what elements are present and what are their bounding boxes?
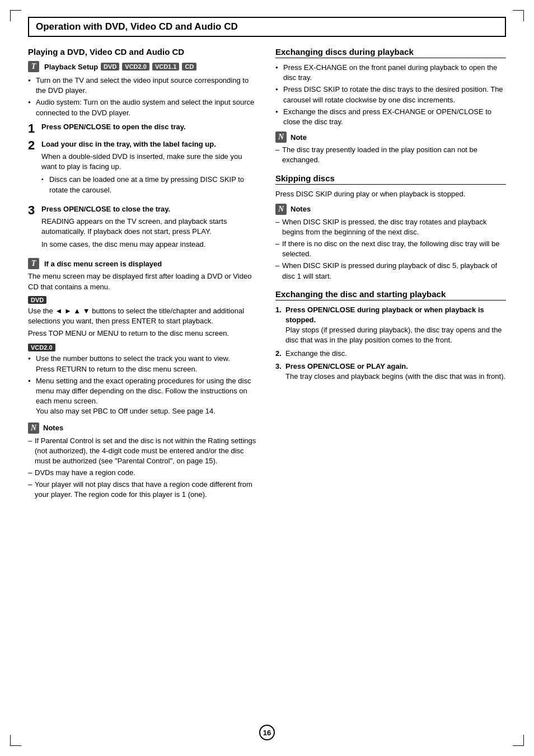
exchanging-start-heading: Exchanging the disc and starting playbac… [275,289,506,300]
badge-vcd11: VCD1.1 [152,63,180,71]
step-3-title: Press OPEN/CLOSE to close the tray. [41,204,259,214]
dvd-badge-row: DVD [28,295,259,304]
step-1-title: Press OPEN/CLOSE to open the disc tray. [41,123,186,131]
badge-vcd20: VCD2.0 [122,63,149,71]
page-number-container: 16 [259,725,275,740]
dvd-body: Use the ◄ ► ▲ ▼ buttons to select the ti… [28,306,259,326]
setup-bullets: Turn on the TV and select the video inpu… [28,76,259,118]
badge-dvd: DVD [101,63,119,71]
step-1-number: 1 [28,123,38,135]
disc-menu-body: The menu screen may be displayed first a… [28,271,259,292]
skipping-discs-heading: Skipping discs [275,173,506,185]
step-3-content: Press OPEN/CLOSE to close the tray. READ… [41,204,259,253]
exchanging-start-steps: 1. Press OPEN/CLOSE during playback or w… [275,305,506,382]
exchange-bullet-1: Press EX-CHANGE on the front panel durin… [275,63,506,83]
exchange-note-label: Note [291,133,307,142]
exchange-note-dash: The disc tray presently loaded in the pl… [275,145,506,165]
step-3: 3 Press OPEN/CLOSE to close the tray. RE… [28,204,259,253]
badge-vcd20-only: VCD2.0 [28,344,55,351]
skipping-note-1: When DISC SKIP is pressed, the disc tray… [275,217,506,237]
skipping-notes-label: Notes [291,205,311,213]
step-3-body2: In some cases, the disc menu may appear … [41,240,259,250]
step-2-body: When a double-sided DVD is inserted, mak… [41,152,259,172]
start-step-1-sub: Play stops (if pressed during playback),… [285,326,502,344]
note-item-1: If Parental Control is set and the disc … [28,436,259,467]
vcd-body1: Press RETURN to return to the disc menu … [36,365,197,373]
right-column: Exchanging discs during playback Press E… [275,47,506,510]
left-main-heading: Playing a DVD, Video CD and Audio CD [28,47,259,57]
notes-label: Notes [43,424,63,432]
disc-menu-heading-row: T If a disc menu screen is displayed [28,258,259,269]
page-number-badge: 16 [259,725,275,740]
setup-bullet-1: Turn on the TV and select the video inpu… [28,76,259,96]
step-2-title: Load your disc in the tray, with the lab… [41,139,259,149]
step-3-number: 3 [28,204,38,217]
exchanging-discs-bullets: Press EX-CHANGE on the front panel durin… [275,63,506,127]
start-step-3-text: Press OPEN/CLOSE or PLAY again. [285,362,408,370]
start-step-3-num: 3. [275,361,282,372]
left-column: Playing a DVD, Video CD and Audio CD T P… [28,47,259,510]
disc-menu-title: If a disc menu screen is displayed [44,260,162,268]
playback-setup-row: T Playback Setup DVD VCD2.0 VCD1.1 CD [28,61,259,72]
exchanging-discs-heading: Exchanging discs during playback [275,47,506,58]
exchange-note-list: The disc tray presently loaded in the pl… [275,145,506,165]
exchange-bullet-2: Press DISC SKIP to rotate the disc trays… [275,84,506,105]
dvd-body2: Press TOP MENU or MENU to return to the … [28,328,259,339]
step-2-subbullets: Discs can be loaded one at a time by pre… [41,175,259,195]
skipping-discs-section: Skipping discs Press DISC SKIP during pl… [275,173,506,281]
skipping-notes-header: N Notes [275,204,506,215]
setup-bullet-2: Audio system: Turn on the audio system a… [28,97,259,118]
step-2-number: 2 [28,139,38,152]
start-step-2: 2. Exchange the disc. [275,349,506,359]
step-2-sub-1: Discs can be loaded one at a time by pre… [41,175,259,195]
step-3-body: READING appears on the TV screen, and pl… [41,217,259,237]
start-step-3: 3. Press OPEN/CLOSE or PLAY again. The t… [275,361,506,382]
section-header: Operation with DVD, Video CD and Audio C… [28,17,506,37]
start-step-1-text: Press OPEN/CLOSE during playback or when… [285,306,484,324]
start-step-2-num: 2. [275,349,282,359]
tip-icon: T [28,61,39,72]
section-title: Operation with DVD, Video CD and Audio C… [36,21,238,32]
notes-icon: N [28,422,39,434]
vcd-bullet-2: Menu setting and the exact operating pro… [28,376,259,417]
start-step-2-text: Exchange the disc. [285,349,347,358]
notes-section: N Notes If Parental Control is set and t… [28,422,259,505]
skipping-notes-icon: N [275,204,287,215]
vcd-bullet-1: Use the number buttons to select the tra… [28,354,259,374]
vcd-bullets: Use the number buttons to select the tra… [28,354,259,416]
skipping-discs-body: Press DISC SKIP during play or when play… [275,189,506,199]
start-step-1-num: 1. [275,305,282,315]
exchanging-start-section: Exchanging the disc and starting playbac… [275,289,506,382]
exchange-bullet-3: Exchange the discs and press EX-CHANGE o… [275,107,506,127]
exchanging-discs-section: Exchanging discs during playback Press E… [275,47,506,166]
step-1-content: Press OPEN/CLOSE to open the disc tray. [41,123,259,131]
vcd20-badge-row: VCD2.0 [28,343,259,351]
two-column-layout: Playing a DVD, Video CD and Audio CD T P… [28,47,506,510]
step-1: 1 Press OPEN/CLOSE to open the disc tray… [28,123,259,135]
exchange-note-header: N Note [275,132,506,143]
disc-menu-tip-icon: T [28,258,39,269]
skipping-note-2: If there is no disc on the next disc tra… [275,239,506,259]
vcd-body2-sub: You also may set PBC to Off under setup.… [36,407,216,415]
badge-cd: CD [182,63,196,71]
exchange-note-icon: N [275,132,287,143]
note-item-2: DVDs may have a region code. [28,468,259,478]
notes-list: If Parental Control is set and the disc … [28,436,259,500]
start-step-1: 1. Press OPEN/CLOSE during playback or w… [275,305,506,346]
skipping-notes-list: When DISC SKIP is pressed, the disc tray… [275,217,506,281]
note-item-3: Your player will not play discs that hav… [28,480,259,500]
notes-content: N Notes If Parental Control is set and t… [28,422,259,505]
badge-dvd-only: DVD [28,296,46,304]
step-2-content: Load your disc in the tray, with the lab… [41,139,259,200]
skipping-note-3: When DISC SKIP is pressed during playbac… [275,261,506,281]
step-2: 2 Load your disc in the tray, with the l… [28,139,259,200]
notes-header-row: N Notes [28,422,259,434]
playback-setup-label: Playback Setup [44,63,98,71]
disc-menu-section: T If a disc menu screen is displayed The… [28,258,259,416]
start-step-3-sub: The tray closes and playback begins (wit… [285,372,505,381]
